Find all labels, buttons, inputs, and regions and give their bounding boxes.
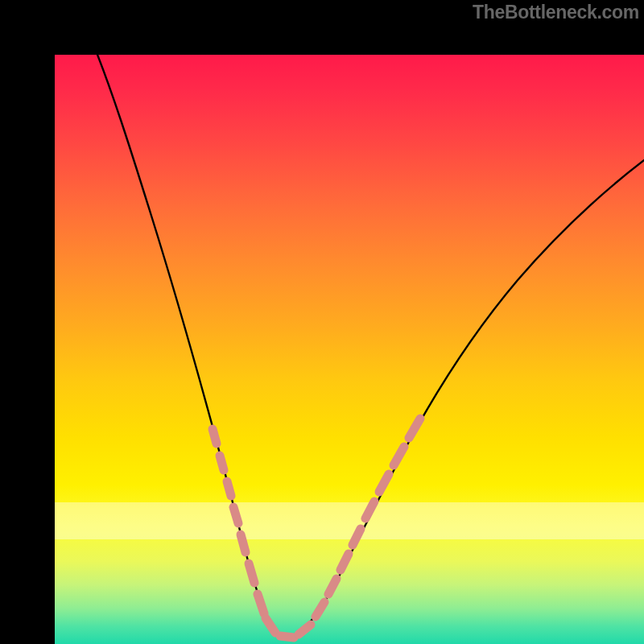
plot-area	[55, 55, 644, 644]
svg-line-7	[266, 618, 275, 633]
svg-line-14	[365, 502, 374, 518]
svg-line-17	[409, 419, 420, 438]
bottleneck-curve	[91, 55, 644, 638]
svg-line-6	[258, 594, 264, 613]
svg-line-4	[241, 535, 246, 552]
svg-line-10	[316, 602, 324, 617]
valley-bottom-marks	[266, 618, 311, 638]
svg-line-11	[328, 579, 336, 594]
svg-line-8	[280, 636, 294, 638]
svg-line-2	[227, 481, 231, 496]
chart-frame	[0, 0, 644, 644]
svg-line-16	[394, 447, 404, 465]
svg-line-1	[220, 456, 224, 470]
svg-line-13	[353, 529, 361, 545]
svg-line-3	[233, 507, 238, 523]
left-flank-marks	[213, 429, 264, 613]
svg-line-9	[299, 625, 311, 634]
svg-line-15	[379, 474, 389, 492]
svg-line-5	[249, 564, 254, 583]
svg-line-12	[341, 554, 349, 570]
curve-svg	[55, 55, 644, 644]
watermark-text: TheBottleneck.com	[473, 2, 639, 23]
svg-line-0	[213, 429, 217, 444]
right-flank-marks	[316, 419, 420, 617]
